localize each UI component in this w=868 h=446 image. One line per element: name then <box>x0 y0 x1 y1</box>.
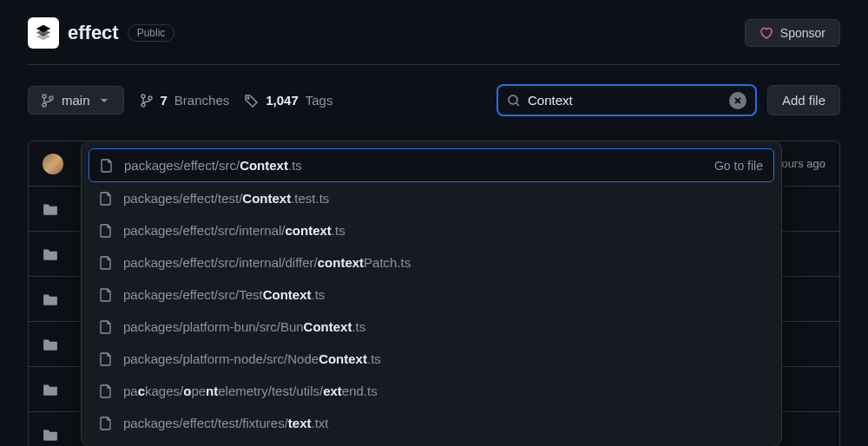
branch-selector-button[interactable]: main <box>28 86 124 115</box>
search-result-path: packages/platform-node/src/NodeContext.t… <box>123 351 764 366</box>
search-result-path: packages/effect/test/fixtures/text.txt <box>123 416 764 430</box>
commit-time: hours ago <box>775 157 825 170</box>
search-result-item[interactable]: packages/opentelemetry/test/utils/extend… <box>89 375 774 407</box>
svg-point-3 <box>141 95 145 98</box>
search-result-item[interactable]: packages/platform-bun/src/BunContext.ts <box>89 311 774 343</box>
svg-point-5 <box>148 96 152 100</box>
git-branch-icon <box>140 94 154 108</box>
heart-icon <box>760 26 773 40</box>
file-icon <box>100 159 114 173</box>
file-icon <box>99 192 113 206</box>
search-icon <box>507 94 521 108</box>
folder-icon <box>43 382 58 397</box>
branches-link[interactable]: 7 Branches <box>140 93 230 108</box>
visibility-badge: Public <box>128 24 175 42</box>
file-search-input[interactable] <box>521 91 729 109</box>
svg-point-2 <box>49 96 53 100</box>
repo-header: effect Public Sponsor <box>28 17 840 65</box>
clear-search-button[interactable] <box>729 92 746 109</box>
search-result-path: packages/effect/src/TestContext.ts <box>123 287 764 302</box>
file-search[interactable] <box>496 84 757 116</box>
caret-down-icon <box>97 94 111 108</box>
file-icon <box>99 384 113 398</box>
subnav: main 7 Branches 1,047 Tags Ad <box>28 84 840 116</box>
search-result-item[interactable]: packages/effect/src/TestContext.ts <box>89 279 774 311</box>
repo-name[interactable]: effect <box>68 22 119 44</box>
search-result-item[interactable]: packages/effect/test/fixtures/text.txt <box>89 407 774 439</box>
search-result-item[interactable]: packages/effect/src/Context.tsGo to file <box>89 148 774 182</box>
file-icon <box>99 320 113 334</box>
search-result-path: packages/opentelemetry/test/utils/extend… <box>123 384 764 398</box>
svg-point-6 <box>247 97 249 99</box>
search-result-path: packages/effect/test/Context.test.ts <box>123 191 764 206</box>
search-result-path: packages/effect/src/Context.ts <box>124 158 704 173</box>
folder-icon <box>43 201 58 217</box>
repo-logo-icon <box>28 17 59 49</box>
folder-icon <box>43 246 58 262</box>
search-result-path: packages/effect/src/internal/differ/cont… <box>123 255 764 270</box>
file-icon <box>99 416 113 430</box>
svg-point-0 <box>43 95 46 98</box>
search-result-item[interactable]: packages/effect/src/internal/context.ts <box>89 214 774 246</box>
file-icon <box>99 352 113 366</box>
git-branch-icon <box>41 94 55 108</box>
svg-point-1 <box>43 103 46 107</box>
svg-point-7 <box>509 95 517 104</box>
file-icon <box>99 256 113 270</box>
x-icon <box>733 96 742 105</box>
search-result-path: packages/platform-bun/src/BunContext.ts <box>123 319 764 334</box>
search-result-item[interactable]: packages/platform-node/src/NodeContext.t… <box>89 343 774 375</box>
tag-icon <box>245 94 259 108</box>
search-result-item[interactable]: packages/effect/src/internal/differ/cont… <box>89 246 774 279</box>
sponsor-button[interactable]: Sponsor <box>745 19 840 47</box>
folder-icon <box>43 337 58 352</box>
add-file-button[interactable]: Add file <box>767 85 840 115</box>
file-icon <box>99 288 113 302</box>
file-search-dropdown: packages/effect/src/Context.tsGo to file… <box>81 141 782 446</box>
search-result-path: packages/effect/src/internal/context.ts <box>123 223 764 238</box>
tags-link[interactable]: 1,047 Tags <box>245 93 332 108</box>
folder-icon <box>43 292 58 307</box>
svg-point-4 <box>141 103 145 107</box>
go-to-file-hint: Go to file <box>714 159 763 173</box>
search-result-item[interactable]: packages/effect/test/Context.test.ts <box>89 182 774 214</box>
file-icon <box>99 224 113 238</box>
avatar[interactable] <box>43 154 63 174</box>
folder-icon <box>43 427 58 443</box>
